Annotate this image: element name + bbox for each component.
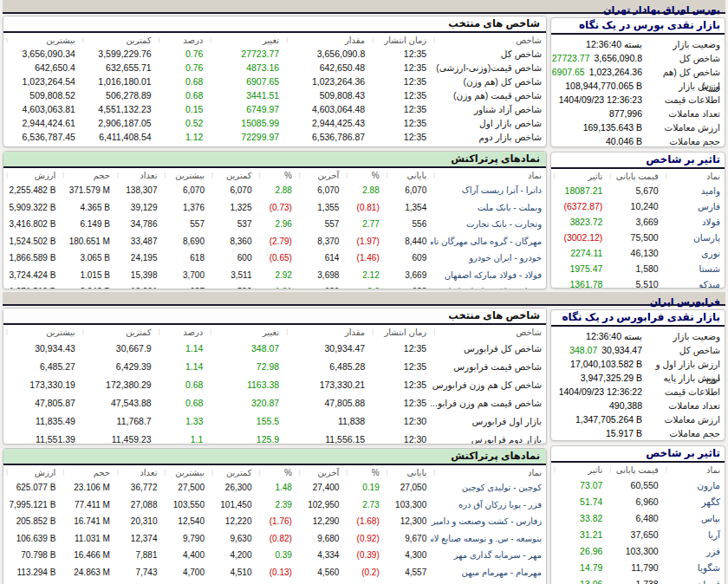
column-header[interactable]: کمترین: [80, 325, 156, 339]
column-header[interactable]: حجم: [60, 465, 114, 479]
symbol-name[interactable]: فجهان: [663, 575, 725, 584]
column-header[interactable]: درصد: [156, 33, 208, 47]
symbol-name[interactable]: وبصادر - بانک صادرات ایران: [431, 283, 546, 289]
column-header[interactable]: نماد: [431, 465, 546, 479]
symbol-name[interactable]: فزر - پویا زرکان آق دره: [431, 496, 546, 514]
symbol-name[interactable]: فولاد: [663, 214, 725, 230]
symbol-name[interactable]: بازار دوم فرابورس: [431, 430, 546, 444]
symbol-name[interactable]: فزر: [663, 542, 725, 559]
symbol-name[interactable]: شاخص بازار دوم: [431, 130, 546, 144]
glance-main-value: 169,135.643 B: [583, 122, 642, 133]
symbol-name[interactable]: وبملت - بانک ملت: [431, 199, 546, 217]
column-header[interactable]: کمترین: [80, 33, 156, 47]
symbol-name[interactable]: آریا: [663, 526, 725, 542]
symbol-name[interactable]: وامید: [663, 183, 725, 198]
glance-row: ارزش بازار108,944,770.065 B: [555, 79, 720, 93]
column-header[interactable]: تغییر: [207, 325, 283, 339]
value-cell: 125.9: [207, 430, 283, 444]
column-header[interactable]: ارزش: [3, 168, 60, 182]
symbol-name[interactable]: مهرگان - گروه مالی مهرگان تامین پارس: [431, 233, 546, 250]
value-cell: 77.411 M: [60, 496, 114, 514]
symbol-name[interactable]: ریوپا - پویا: [431, 581, 546, 584]
column-header[interactable]: تعداد: [114, 465, 162, 479]
value-cell: 75,500: [607, 230, 662, 245]
symbol-name[interactable]: شگویا: [663, 559, 725, 575]
column-header[interactable]: قیمت پایانی: [607, 463, 662, 477]
column-header[interactable]: درصد: [156, 325, 208, 339]
symbol-name[interactable]: بازار اول فرابورس: [431, 412, 546, 430]
column-header[interactable]: زمان انتشار: [369, 33, 431, 47]
symbol-name[interactable]: شاخص قیمت (هم وزن): [431, 88, 546, 102]
value-cell: 13.06: [551, 575, 607, 584]
value-cell: 37,650: [607, 526, 662, 542]
value-cell: 12:35: [369, 47, 431, 61]
column-header[interactable]: تاثیر: [551, 463, 607, 477]
column-header[interactable]: تغییر: [207, 33, 283, 47]
column-header[interactable]: نماد: [663, 169, 725, 183]
glance-main-value: 877,996: [609, 108, 642, 119]
symbol-name[interactable]: پارسان: [663, 230, 725, 245]
symbol-name[interactable]: وتجارت - بانک تجارت: [431, 216, 546, 233]
column-header[interactable]: آخرین: [296, 168, 344, 182]
symbol-name[interactable]: شاخص قیمت هم وزن فرابو...: [431, 393, 546, 412]
column-header[interactable]: مقدار: [283, 33, 369, 47]
value-cell: 4,603,063.81: [3, 102, 80, 116]
column-header[interactable]: کمترین: [209, 168, 257, 182]
column-header[interactable]: بیشترین: [3, 33, 80, 47]
column-header[interactable]: %: [256, 168, 296, 182]
symbol-name[interactable]: بپاس: [663, 509, 725, 526]
column-header[interactable]: بیشترین: [161, 168, 209, 182]
value-cell: 70.798 B: [3, 547, 60, 564]
symbol-name[interactable]: فولاد - فولاد مبارکه اصفهان: [431, 267, 546, 284]
glance-value: 3,947,325.29 B: [555, 371, 642, 385]
value-cell: 4,551,132.23: [80, 102, 156, 116]
symbol-name[interactable]: شاخص قیمت فرابورس: [431, 357, 546, 375]
symbol-name[interactable]: شاخص آزاد شناور: [431, 102, 546, 116]
symbol-name[interactable]: مهر - سرمایه گذاری مهر: [431, 547, 546, 564]
symbol-name[interactable]: کگهر: [663, 493, 725, 509]
column-header[interactable]: قیمت پایانی: [607, 169, 662, 183]
column-header[interactable]: آخرین: [296, 465, 344, 479]
symbol-name[interactable]: میدکو: [663, 276, 725, 289]
symbol-name[interactable]: شاخص کل هم وزن فرابورس: [431, 375, 546, 393]
symbol-name[interactable]: پتوسعه - س. و توسعه صنایع لاستیک: [431, 530, 546, 548]
column-header[interactable]: %: [343, 465, 383, 479]
column-header[interactable]: شاخص: [431, 325, 546, 339]
symbol-name[interactable]: نوری: [663, 245, 725, 261]
column-header[interactable]: نماد: [431, 168, 546, 182]
column-header[interactable]: پایانی: [384, 168, 432, 182]
symbol-name[interactable]: داترا - آترا زیست آراک: [431, 182, 546, 199]
column-header[interactable]: %: [256, 465, 296, 479]
symbol-name[interactable]: مارون: [663, 477, 725, 493]
symbol-name[interactable]: کوچین - تولیدی کوچین: [431, 479, 546, 496]
column-header[interactable]: ارزش: [3, 465, 60, 479]
symbol-name[interactable]: شاخص کل: [431, 47, 546, 61]
symbol-name[interactable]: شاخص کل (هم وزن): [431, 75, 546, 88]
glance-row: شاخص کل3,656,090.827723.77: [555, 51, 720, 65]
value-cell: 623: [384, 283, 432, 289]
column-header[interactable]: پایانی: [384, 465, 432, 479]
symbol-name[interactable]: فارس: [663, 198, 725, 214]
column-header[interactable]: شاخص: [431, 33, 546, 47]
symbol-name[interactable]: شستا: [663, 261, 725, 276]
column-header[interactable]: تعداد: [114, 168, 162, 182]
column-header[interactable]: زمان انتشار: [369, 325, 431, 339]
symbol-name[interactable]: شاخص کل فرابورس: [431, 339, 546, 357]
symbol-name[interactable]: زفارس - کشت وصنعت و دامپروری پگاه ...: [431, 513, 546, 530]
symbol-name[interactable]: خودرو - ایران خودرو: [431, 250, 546, 267]
column-header[interactable]: مقدار: [283, 325, 369, 339]
symbol-name[interactable]: شاخص قیمت(وزنی-ارزشی): [431, 61, 546, 75]
column-header[interactable]: بیشترین: [161, 465, 209, 479]
symbol-name[interactable]: شاخص بازار اول: [431, 116, 546, 130]
column-header[interactable]: تاثیر: [551, 169, 607, 183]
value-cell: 1.015 B: [60, 267, 114, 284]
column-header[interactable]: نماد: [663, 463, 725, 477]
symbol-name[interactable]: مهرمام - مهرمام میهن: [431, 564, 546, 581]
value-cell: 625.077 B: [3, 479, 60, 496]
column-header[interactable]: کمترین: [209, 465, 257, 479]
value-cell: 0.54: [256, 581, 296, 584]
column-header[interactable]: %: [343, 168, 383, 182]
value-cell: 3.065 B: [60, 250, 114, 267]
column-header[interactable]: حجم: [60, 168, 114, 182]
column-header[interactable]: بیشترین: [3, 325, 80, 339]
